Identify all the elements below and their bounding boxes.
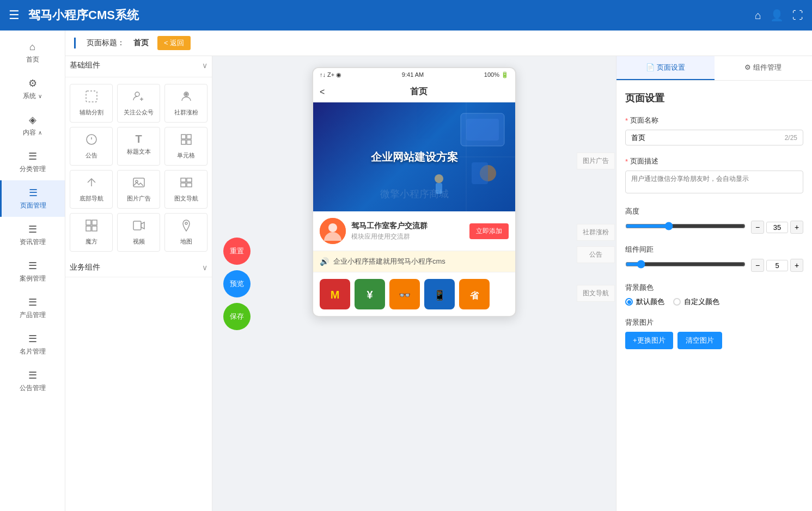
time-display: 9:41 AM (402, 71, 424, 78)
svg-rect-5 (181, 135, 186, 139)
tab-component-mgmt[interactable]: ⚙ 组件管理 (715, 56, 813, 80)
comp-split-label: 辅助分割 (80, 108, 103, 117)
svg-point-31 (328, 223, 337, 232)
bg-color-radio-group: 默认颜色 自定义颜色 (625, 297, 803, 307)
rubik-icon (85, 219, 98, 235)
radio-custom-dot (673, 298, 681, 306)
menu-icon[interactable]: ☰ (9, 8, 20, 22)
gap-slider-row: − 5 + (625, 259, 803, 272)
grid-icon-phone[interactable]: 📱 (424, 279, 455, 309)
bg-image-label: 背景图片 (625, 318, 803, 327)
phone-content: 企业网站建设方案 微擎小程序商城 (313, 102, 515, 316)
comp-footer[interactable]: 底部导航 (70, 170, 113, 209)
back-button[interactable]: < 返回 (157, 36, 191, 50)
grid-icon-mcd[interactable]: M (320, 279, 350, 309)
grid-icon-save[interactable]: 省 (459, 279, 490, 309)
sidebar-label-content: 内容 ∧ (23, 128, 41, 137)
gap-value: 5 (766, 260, 788, 271)
comp-follow[interactable]: 关注公众号 (117, 84, 160, 123)
radio-default-color[interactable]: 默认颜色 (625, 297, 664, 307)
battery-indicator: 100% 🔋 (484, 71, 509, 78)
panel-tabs: 📄 页面设置 ⚙ 组件管理 (616, 56, 812, 81)
header-actions: ⌂ 👤 ⛶ (755, 9, 803, 22)
bg-clear-button[interactable]: 清空图片 (677, 332, 722, 349)
comp-video[interactable]: 视频 (117, 213, 160, 252)
text-icon: T (135, 133, 142, 145)
back-btn-label: < 返回 (164, 38, 184, 48)
phone-back-icon[interactable]: < (320, 87, 325, 97)
gap-label: 组件间距 (625, 245, 803, 254)
component-grid: 辅助分割 关注公众号 (65, 84, 212, 258)
sidebar-item-card[interactable]: ☰ 名片管理 (0, 326, 65, 363)
imgad-icon (132, 176, 145, 192)
phone-mockup: ↑↓ Z+ ◉ 9:41 AM 100% 🔋 < 首页 (312, 67, 516, 317)
social-join-button[interactable]: 立即添加 (469, 223, 509, 239)
radio-custom-color[interactable]: 自定义颜色 (673, 297, 719, 307)
comp-imgnav[interactable]: 图文导航 (164, 170, 207, 209)
business-section-toggle[interactable]: ∨ (202, 263, 207, 272)
grid-icon (180, 133, 193, 149)
sidebar-item-product[interactable]: ☰ 产品管理 (0, 290, 65, 326)
grid-icon-glasses[interactable]: 👓 (389, 279, 420, 309)
sidebar-item-home[interactable]: ⌂ 首页 (0, 35, 65, 71)
page-icon: ☰ (29, 187, 38, 199)
svg-rect-13 (187, 178, 192, 182)
comp-notice[interactable]: 公告 (70, 127, 113, 166)
comp-grid[interactable]: 单元格 (164, 127, 207, 166)
social-name: 驾马工作室客户交流群 (351, 221, 469, 231)
gap-minus-btn[interactable]: − (751, 259, 764, 272)
comp-text-label: 标题文本 (127, 148, 151, 156)
settings-title: 页面设置 (625, 92, 803, 105)
comp-map[interactable]: 地图 (164, 213, 207, 252)
comp-grid-label: 单元格 (177, 151, 195, 160)
comp-rubik[interactable]: 魔方 (70, 213, 113, 252)
sidebar-item-system[interactable]: ⚙ 系统 ∨ (0, 71, 65, 107)
height-slider[interactable] (625, 222, 746, 230)
user-icon[interactable]: 👤 (770, 9, 784, 22)
grid-icon-pay[interactable]: ¥ (355, 279, 385, 309)
social-avatar (320, 218, 346, 244)
comp-text[interactable]: T 标题文本 (117, 127, 160, 166)
page-header: 页面标题： 首页 < 返回 (65, 31, 812, 56)
gap-slider-control (625, 260, 746, 271)
basic-section-toggle[interactable]: ∨ (202, 61, 207, 70)
page-name-input[interactable] (631, 133, 785, 142)
svg-rect-7 (181, 140, 186, 144)
preview-label: 预览 (230, 279, 244, 289)
bg-replace-button[interactable]: +更换图片 (625, 332, 673, 349)
height-plus-btn[interactable]: + (790, 221, 803, 234)
main-content: 页面标题： 首页 < 返回 基础组件 ∨ (65, 31, 812, 511)
svg-point-1 (135, 92, 139, 96)
page-name-count: 2/25 (785, 134, 797, 142)
reset-button[interactable]: 重置 (223, 238, 251, 265)
page-name-input-wrapper: 2/25 (625, 130, 803, 145)
tab-page-settings[interactable]: 📄 页面设置 (616, 56, 715, 80)
sidebar-item-notice[interactable]: ☰ 公告管理 (0, 363, 65, 399)
svg-rect-15 (187, 183, 192, 187)
case-icon: ☰ (28, 260, 37, 272)
comp-imgad[interactable]: 图片广告 (117, 170, 160, 209)
comp-social[interactable]: 社群涨粉 (164, 84, 207, 123)
sidebar-label-card: 名片管理 (20, 347, 46, 356)
home-icon[interactable]: ⌂ (755, 9, 761, 22)
gap-plus-btn[interactable]: + (790, 259, 803, 272)
save-button[interactable]: 保存 (223, 303, 251, 330)
sidebar-item-category[interactable]: ☰ 分类管理 (0, 144, 65, 180)
comp-split[interactable]: 辅助分割 (70, 84, 113, 123)
preview-button[interactable]: 预览 (223, 270, 251, 297)
banner-title: 企业网站建设方案 (371, 150, 458, 165)
gap-slider[interactable] (625, 260, 746, 269)
sidebar-item-content[interactable]: ◈ 内容 ∧ (0, 107, 65, 144)
sidebar-label-case: 案例管理 (20, 274, 46, 283)
sidebar-item-news[interactable]: ☰ 资讯管理 (0, 217, 65, 253)
radio-default-label: 默认颜色 (636, 297, 664, 307)
bg-replace-label: +更换图片 (633, 336, 666, 344)
svg-rect-0 (86, 91, 97, 102)
settings-panel: 页面设置 * 页面名称 2/25 (616, 81, 812, 511)
svg-rect-14 (181, 183, 186, 187)
page-desc-textarea[interactable] (625, 171, 803, 193)
sidebar-item-page[interactable]: ☰ 页面管理 (0, 180, 65, 217)
sidebar-item-case[interactable]: ☰ 案例管理 (0, 253, 65, 290)
fullscreen-icon[interactable]: ⛶ (792, 9, 803, 22)
height-minus-btn[interactable]: − (751, 221, 764, 234)
